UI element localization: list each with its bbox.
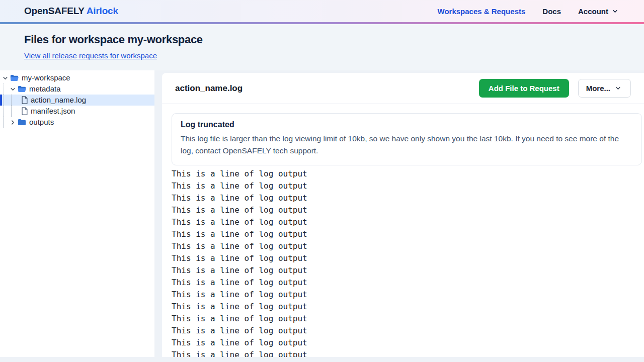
brand-logo[interactable]: OpenSAFELY Airlock	[24, 6, 118, 17]
chevron-down-icon[interactable]	[10, 86, 16, 93]
view-release-requests-link[interactable]: View all release requests for workspace	[24, 51, 157, 60]
log-truncated-heading: Log truncated	[181, 120, 633, 129]
page-header: Files for workspace my-workspace View al…	[0, 24, 644, 70]
content-area: my-workspace metadata	[0, 70, 644, 357]
more-menu-label: More...	[586, 84, 610, 93]
tree-indent-guide	[4, 95, 10, 106]
chevron-down-icon	[612, 8, 618, 15]
nav-link-workspaces-requests[interactable]: Workspaces & Requests	[438, 7, 526, 16]
chevron-right-icon[interactable]	[10, 119, 16, 126]
add-file-to-request-button[interactable]: Add File to Request	[479, 79, 569, 98]
tree-indent-guide	[4, 106, 10, 117]
log-truncated-card: Log truncated This log file is larger th…	[172, 113, 642, 165]
tree-indent-guide	[11, 95, 17, 106]
brand-secondary: Airlock	[87, 6, 118, 16]
file-icon	[21, 107, 28, 115]
tree-item-label: action_name.log	[31, 95, 86, 106]
tree-item-label: outputs	[29, 117, 54, 128]
tree-indent-guide	[4, 117, 10, 128]
chevron-down-icon[interactable]	[2, 75, 9, 81]
file-panel-header: action_name.log Add File to Request More…	[162, 73, 644, 104]
tree-indent-guide	[11, 106, 17, 117]
file-view-panel: action_name.log Add File to Request More…	[162, 73, 644, 357]
tree-item-manifest-json[interactable]: manifest.json	[0, 106, 154, 117]
folder-open-icon	[18, 85, 26, 93]
folder-open-icon	[10, 74, 19, 81]
account-menu-button[interactable]: Account	[578, 7, 620, 16]
tree-indent-guide	[4, 83, 10, 95]
nav-link-docs[interactable]: Docs	[542, 7, 561, 16]
file-tree-sidebar: my-workspace metadata	[0, 70, 154, 357]
brand-primary: OpenSAFELY	[24, 6, 84, 16]
tree-item-label: metadata	[29, 83, 61, 95]
tree-item-metadata[interactable]: metadata	[0, 83, 154, 95]
log-output: This is a line of log output This is a l…	[172, 168, 642, 357]
more-menu-button[interactable]: More...	[578, 79, 631, 98]
navbar-links: Workspaces & Requests Docs Account	[438, 7, 620, 16]
tree-item-my-workspace[interactable]: my-workspace	[0, 72, 154, 83]
page-title: Files for workspace my-workspace	[24, 33, 620, 47]
file-icon	[21, 96, 28, 104]
file-panel-body: Log truncated This log file is larger th…	[162, 104, 644, 357]
tree-item-outputs[interactable]: outputs	[0, 117, 154, 128]
account-menu-label: Account	[578, 7, 608, 16]
folder-closed-icon	[18, 119, 26, 126]
top-navbar: OpenSAFELY Airlock Workspaces & Requests…	[0, 0, 644, 22]
chevron-down-icon	[615, 85, 621, 92]
log-truncated-text: This log file is larger than the log vie…	[181, 133, 633, 157]
tree-item-label: my-workspace	[22, 72, 70, 83]
file-actions: Add File to Request More...	[479, 79, 631, 98]
tree-item-label: manifest.json	[31, 106, 75, 117]
tree-item-action-name-log[interactable]: action_name.log	[0, 95, 154, 106]
file-title: action_name.log	[175, 83, 243, 94]
